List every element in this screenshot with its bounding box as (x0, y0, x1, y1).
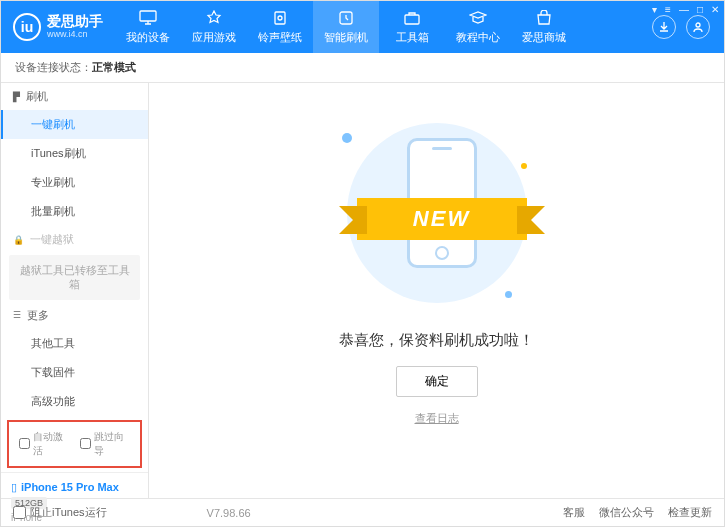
sidebar-jailbreak-note: 越狱工具已转移至工具箱 (9, 255, 140, 300)
success-illustration: NEW (337, 113, 537, 313)
svg-rect-1 (275, 12, 285, 24)
apps-icon (204, 9, 224, 27)
checkbox-skip-setup[interactable]: 跳过向导 (80, 430, 131, 458)
svg-rect-4 (405, 15, 419, 24)
tutorial-icon (468, 9, 488, 27)
theme-icon[interactable]: ▾ (652, 4, 657, 15)
status-bar: 设备连接状态： 正常模式 (1, 53, 724, 83)
logo-icon: iu (13, 13, 41, 41)
nav-smart-flash[interactable]: 智能刷机 (313, 1, 379, 53)
nav-toolbox[interactable]: 工具箱 (379, 1, 445, 53)
nav-tutorials[interactable]: 教程中心 (445, 1, 511, 53)
chevron-down-icon: ☰ (13, 310, 21, 320)
download-button[interactable] (652, 15, 676, 39)
sidebar-jailbreak-header[interactable]: 🔒一键越狱 (1, 226, 148, 253)
view-log-link[interactable]: 查看日志 (415, 411, 459, 426)
footer-support[interactable]: 客服 (563, 505, 585, 520)
footer-wechat[interactable]: 微信公众号 (599, 505, 654, 520)
toolbox-icon (402, 9, 422, 27)
phone-icon: ▯ (11, 481, 17, 494)
svg-rect-0 (140, 11, 156, 21)
app-logo: iu 爱思助手 www.i4.cn (1, 13, 115, 41)
app-title: 爱思助手 (47, 14, 103, 29)
store-icon (534, 9, 554, 27)
checkbox-block-itunes[interactable]: 阻止iTunes运行 (13, 505, 107, 520)
sidebar-item-advanced[interactable]: 高级功能 (1, 387, 148, 416)
sidebar-flash-header[interactable]: ▛刷机 (1, 83, 148, 110)
menu-icon[interactable]: ≡ (665, 4, 671, 15)
device-name[interactable]: iPhone 15 Pro Max (21, 481, 119, 493)
status-mode: 正常模式 (92, 60, 136, 75)
nav-my-device[interactable]: 我的设备 (115, 1, 181, 53)
version-label: V7.98.66 (207, 507, 251, 519)
sidebar-item-pro-flash[interactable]: 专业刷机 (1, 168, 148, 197)
flash-icon (336, 9, 356, 27)
close-icon[interactable]: ✕ (711, 4, 719, 15)
svg-point-2 (278, 16, 282, 20)
sidebar-item-download-firmware[interactable]: 下载固件 (1, 358, 148, 387)
status-label: 设备连接状态： (15, 60, 92, 75)
sidebar-item-batch-flash[interactable]: 批量刷机 (1, 197, 148, 226)
device-icon (138, 9, 158, 27)
maximize-icon[interactable]: □ (697, 4, 703, 15)
app-url: www.i4.cn (47, 30, 103, 40)
footer-check-update[interactable]: 检查更新 (668, 505, 712, 520)
sidebar-item-other-tools[interactable]: 其他工具 (1, 329, 148, 358)
user-button[interactable] (686, 15, 710, 39)
nav-apps-games[interactable]: 应用游戏 (181, 1, 247, 53)
success-message: 恭喜您，保资料刷机成功啦！ (339, 331, 534, 350)
chevron-down-icon: ▛ (13, 92, 20, 102)
svg-point-5 (696, 23, 700, 27)
minimize-icon[interactable]: — (679, 4, 689, 15)
ringtone-icon (270, 9, 290, 27)
new-ribbon: NEW (357, 198, 527, 240)
ok-button[interactable]: 确定 (396, 366, 478, 397)
lock-icon: 🔒 (13, 235, 24, 245)
nav-store[interactable]: 爱思商城 (511, 1, 577, 53)
sidebar-item-itunes-flash[interactable]: iTunes刷机 (1, 139, 148, 168)
nav-ringtones[interactable]: 铃声壁纸 (247, 1, 313, 53)
sidebar-item-oneclick-flash[interactable]: 一键刷机 (1, 110, 148, 139)
options-highlight-box: 自动激活 跳过向导 (7, 420, 142, 468)
sidebar-more-header[interactable]: ☰更多 (1, 302, 148, 329)
checkbox-auto-activate[interactable]: 自动激活 (19, 430, 70, 458)
